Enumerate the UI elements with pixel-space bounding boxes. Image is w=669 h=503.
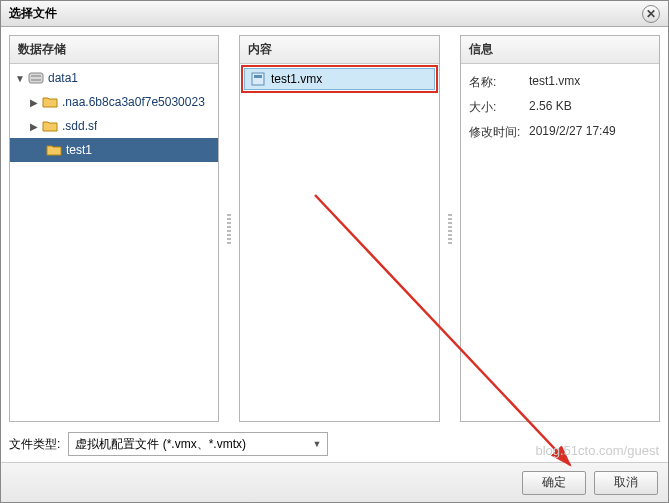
tree-item-test1[interactable]: test1 xyxy=(10,138,218,162)
splitter-handle-icon xyxy=(227,214,231,244)
tree-item-label: .sdd.sf xyxy=(62,119,97,133)
titlebar: 选择文件 ✕ xyxy=(1,1,668,27)
file-item-label: test1.vmx xyxy=(271,72,322,86)
info-size-label: 大小: xyxy=(469,99,529,116)
folder-icon xyxy=(42,95,58,109)
svg-rect-2 xyxy=(31,79,41,81)
panel-content-header: 内容 xyxy=(240,36,439,64)
info-row-size: 大小: 2.56 KB xyxy=(469,95,651,120)
file-select-dialog: 选择文件 ✕ 数据存储 ▼ data1 ▶ xyxy=(0,0,669,503)
dialog-footer: 确定 取消 xyxy=(1,462,668,502)
expand-icon[interactable]: ▶ xyxy=(28,97,40,108)
expand-icon[interactable]: ▶ xyxy=(28,121,40,132)
tree-item-label: .naa.6b8ca3a0f7e5030023 xyxy=(62,95,205,109)
info-row-name: 名称: test1.vmx xyxy=(469,70,651,95)
close-button[interactable]: ✕ xyxy=(642,5,660,23)
filetype-value: 虚拟机配置文件 (*.vmx、*.vmtx) xyxy=(75,436,246,453)
filetype-label: 文件类型: xyxy=(9,436,60,453)
panel-datastore-header: 数据存储 xyxy=(10,36,218,64)
info-name-label: 名称: xyxy=(469,74,529,91)
tree-root-label: data1 xyxy=(48,71,78,85)
splitter-handle-icon xyxy=(448,214,452,244)
svg-rect-4 xyxy=(254,75,262,78)
panel-content: 内容 test1.vmx xyxy=(239,35,440,422)
info-body: 名称: test1.vmx 大小: 2.56 KB 修改时间: 2019/2/2… xyxy=(461,64,659,421)
tree-item-naa[interactable]: ▶ .naa.6b8ca3a0f7e5030023 xyxy=(10,90,218,114)
splitter[interactable] xyxy=(227,35,231,422)
ok-button[interactable]: 确定 xyxy=(522,471,586,495)
dialog-content: 数据存储 ▼ data1 ▶ .naa.6b8ca3a0f7e5030023 xyxy=(1,27,668,422)
vmx-file-icon xyxy=(251,72,265,86)
file-list: test1.vmx xyxy=(240,64,439,421)
folder-open-icon xyxy=(46,143,62,157)
svg-rect-3 xyxy=(252,73,264,85)
datastore-icon xyxy=(28,71,44,85)
close-icon: ✕ xyxy=(646,7,656,21)
tree-item-label: test1 xyxy=(66,143,92,157)
panel-datastore: 数据存储 ▼ data1 ▶ .naa.6b8ca3a0f7e5030023 xyxy=(9,35,219,422)
svg-rect-1 xyxy=(31,75,41,77)
filetype-row: 文件类型: 虚拟机配置文件 (*.vmx、*.vmtx) ▼ xyxy=(1,422,668,462)
ok-button-label: 确定 xyxy=(542,474,566,491)
info-size-value: 2.56 KB xyxy=(529,99,572,116)
collapse-icon[interactable]: ▼ xyxy=(14,73,26,84)
chevron-down-icon: ▼ xyxy=(312,439,321,449)
svg-rect-0 xyxy=(29,73,43,83)
filetype-select[interactable]: 虚拟机配置文件 (*.vmx、*.vmtx) ▼ xyxy=(68,432,328,456)
folder-icon xyxy=(42,119,58,133)
info-row-mtime: 修改时间: 2019/2/27 17:49 xyxy=(469,120,651,145)
file-item-selected[interactable]: test1.vmx xyxy=(244,68,435,90)
splitter[interactable] xyxy=(448,35,452,422)
info-mtime-label: 修改时间: xyxy=(469,124,529,141)
tree-item-sdd[interactable]: ▶ .sdd.sf xyxy=(10,114,218,138)
panel-info: 信息 名称: test1.vmx 大小: 2.56 KB 修改时间: 2019/… xyxy=(460,35,660,422)
info-name-value: test1.vmx xyxy=(529,74,580,91)
dialog-title: 选择文件 xyxy=(9,5,57,22)
tree-root[interactable]: ▼ data1 xyxy=(10,66,218,90)
datastore-tree: ▼ data1 ▶ .naa.6b8ca3a0f7e5030023 ▶ xyxy=(10,64,218,421)
info-mtime-value: 2019/2/27 17:49 xyxy=(529,124,616,141)
cancel-button[interactable]: 取消 xyxy=(594,471,658,495)
panel-info-header: 信息 xyxy=(461,36,659,64)
cancel-button-label: 取消 xyxy=(614,474,638,491)
